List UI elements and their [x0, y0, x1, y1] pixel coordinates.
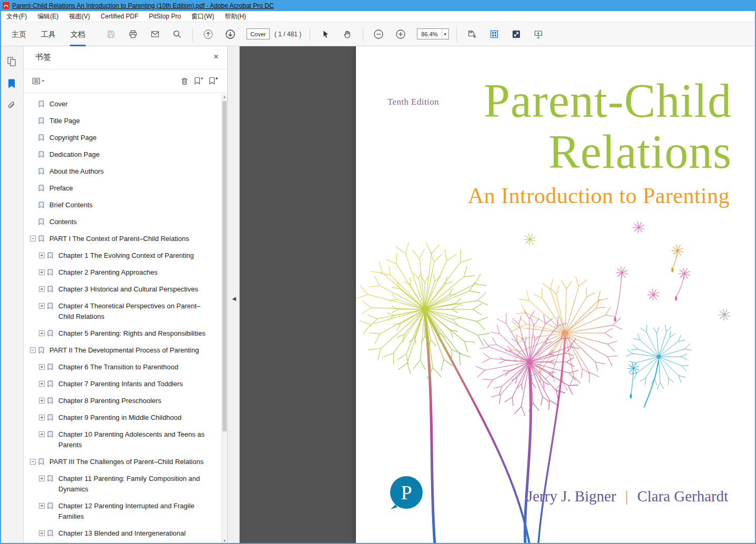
bookmark-label: Chapter 11 Parenting: Family Composition… [58, 474, 212, 495]
scroll-down-icon[interactable]: ▾ [222, 539, 227, 543]
hand-tool-button[interactable] [341, 27, 354, 41]
bookmark-item[interactable]: + Chapter 13 Blended and Intergeneration… [24, 525, 221, 542]
menu-item[interactable]: Certified PDF [95, 11, 144, 22]
bookmark-icon [47, 414, 54, 421]
expander-toggle[interactable]: − [30, 347, 36, 353]
zoom-out-button[interactable] [372, 27, 385, 41]
zoom-in-button[interactable] [394, 27, 407, 41]
bookmark-icon [47, 502, 54, 509]
bookmark-item[interactable]: − PART II The Developmental Process of P… [24, 342, 221, 359]
menu-item[interactable]: 视图(V) [64, 11, 95, 22]
bookmark-item[interactable]: + Chapter 4 Theoretical Perspectives on … [24, 298, 221, 325]
toolbar-tab[interactable]: 文档 [63, 22, 93, 46]
bookmark-icon [47, 252, 54, 259]
next-view-button[interactable] [223, 27, 237, 41]
expander-toggle[interactable]: + [39, 286, 45, 292]
expander-toggle[interactable] [30, 118, 36, 124]
scrollbar-thumb[interactable] [222, 101, 227, 431]
bookmark-item[interactable]: Preface [24, 180, 221, 197]
bookmark-item[interactable]: − PART I The Context of Parent–Child Rel… [24, 230, 221, 247]
bookmark-icon [47, 530, 54, 537]
locate-bookmark-icon[interactable] [206, 74, 221, 88]
pearson-initial: P [401, 481, 412, 503]
expander-toggle[interactable]: + [39, 503, 45, 509]
scroll-up-icon[interactable]: ▴ [222, 95, 227, 99]
expander-toggle[interactable]: + [39, 269, 45, 275]
bookmark-item[interactable]: Copyright Page [24, 129, 221, 146]
bookmark-item[interactable]: Brief Contents [24, 197, 221, 214]
menu-item[interactable]: 帮助(H) [219, 11, 251, 22]
bookmark-item[interactable]: + Chapter 7 Parenting Infants and Toddle… [24, 376, 221, 392]
bookmark-icon [38, 117, 45, 124]
bookmark-item[interactable]: + Chapter 12 Parenting Interrupted and F… [24, 498, 221, 525]
page-thumbnails-icon[interactable] [4, 55, 19, 68]
bookmark-item[interactable]: + Chapter 6 The Transition to Parenthood [24, 359, 221, 376]
expander-toggle[interactable] [30, 219, 36, 225]
fit-page-button[interactable] [487, 27, 501, 41]
expander-toggle[interactable]: + [39, 381, 45, 387]
select-tool-button[interactable] [319, 27, 332, 41]
expander-toggle[interactable] [30, 168, 36, 174]
expander-toggle[interactable]: + [39, 303, 45, 309]
bookmark-options-icon[interactable] [30, 74, 47, 88]
expander-toggle[interactable]: + [39, 415, 45, 420]
bookmark-item[interactable]: + Chapter 8 Parenting Preschoolers [24, 392, 221, 409]
expander-toggle[interactable]: + [39, 431, 45, 437]
bookmark-item[interactable]: + Chapter 5 Parenting: Rights and Respon… [24, 325, 221, 342]
page-number-input[interactable] [247, 28, 270, 39]
authors-line: Jerry J. Bigner | Clara Gerhardt [527, 487, 728, 505]
panel-splitter[interactable]: ◀ [227, 46, 240, 544]
delete-bookmark-icon[interactable] [178, 74, 191, 88]
chevron-down-icon: ▾ [442, 32, 449, 37]
expander-toggle[interactable] [30, 152, 36, 157]
expander-toggle[interactable] [30, 135, 36, 140]
new-bookmark-icon[interactable] [191, 74, 206, 88]
expander-toggle[interactable]: + [39, 330, 45, 336]
bookmark-item[interactable]: + Chapter 11 Parenting: Family Compositi… [24, 470, 221, 498]
pdf-page: Tenth Edition Parent-Child Relations An … [356, 46, 756, 544]
expander-toggle[interactable]: + [39, 398, 45, 404]
scroll-mode-button[interactable] [532, 27, 545, 41]
fullscreen-button[interactable] [509, 27, 523, 41]
menu-item[interactable]: 文件(F) [1, 11, 32, 22]
email-button[interactable] [148, 27, 162, 41]
menu-item[interactable]: 编辑(E) [32, 11, 64, 22]
expander-toggle[interactable]: + [39, 530, 45, 536]
expander-toggle[interactable] [30, 202, 36, 208]
expander-toggle[interactable]: − [30, 236, 36, 241]
toolbar-tab[interactable]: 主页 [4, 22, 34, 46]
save-as-button[interactable] [465, 27, 479, 41]
expander-toggle[interactable]: + [39, 364, 45, 370]
zoom-level-dropdown[interactable]: 86.4% ▾ [417, 28, 449, 39]
print-button[interactable] [126, 27, 140, 41]
bookmark-item[interactable]: Cover [24, 96, 221, 113]
bookmark-item[interactable]: + Chapter 1 The Evolving Context of Pare… [24, 247, 221, 264]
bookmark-item[interactable]: − PART III The Challenges of Parent–Chil… [24, 454, 221, 470]
bookmark-item[interactable]: About the Authors [24, 163, 221, 180]
collapse-panel-icon[interactable]: ◀ [229, 293, 239, 304]
bookmark-item[interactable]: + Chapter 10 Parenting Adolescents and T… [24, 426, 221, 454]
toolbar-tab[interactable]: 工具 [34, 22, 63, 46]
expander-toggle[interactable]: + [39, 476, 45, 481]
close-icon[interactable]: × [213, 52, 219, 61]
expander-toggle[interactable]: − [30, 459, 36, 465]
bookmarks-scrollbar[interactable]: ▴ ▾ [221, 94, 227, 544]
bookmark-item[interactable]: Title Page [24, 113, 221, 129]
expander-toggle[interactable] [30, 101, 36, 107]
previous-view-button[interactable] [201, 27, 215, 41]
save-button[interactable] [104, 27, 118, 41]
attachments-icon[interactable] [4, 99, 19, 113]
expander-toggle[interactable] [30, 185, 36, 191]
bookmark-item[interactable]: + Chapter 9 Parenting in Middle Childhoo… [24, 409, 221, 426]
search-button[interactable] [170, 27, 184, 41]
bookmarks-icon[interactable] [4, 77, 19, 90]
author-left: Jerry J. Bigner [527, 488, 616, 505]
menu-item[interactable]: PitStop Pro [144, 11, 186, 22]
bookmark-item[interactable]: Contents [24, 214, 221, 230]
expander-toggle[interactable]: + [39, 253, 45, 258]
bookmark-item[interactable]: + Chapter 3 Historical and Cultural Pers… [24, 281, 221, 298]
bookmark-item[interactable]: + Chapter 2 Parenting Approaches [24, 264, 221, 281]
bookmark-item[interactable]: Dedication Page [24, 146, 221, 163]
toolbar-tabs: 主页工具文档 [4, 22, 93, 46]
menu-item[interactable]: 窗口(W) [186, 11, 219, 22]
